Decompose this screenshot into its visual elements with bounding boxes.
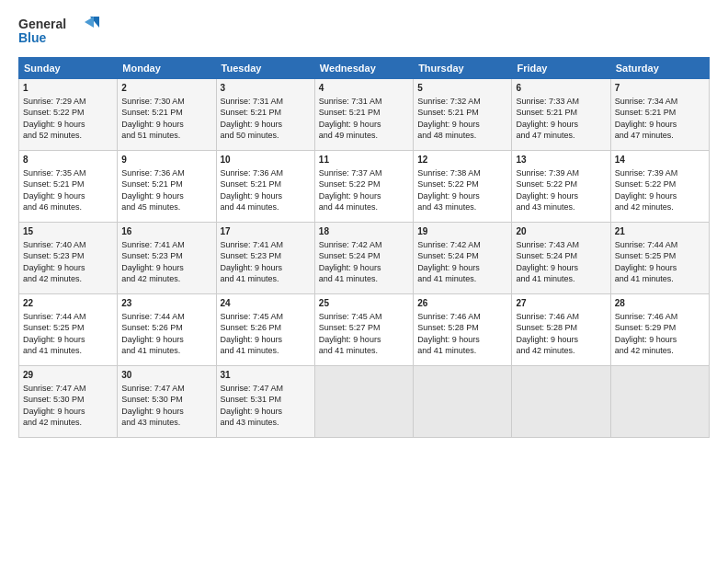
cell-text: and 45 minutes. [121,201,211,213]
cell-text: Sunset: 5:23 PM [23,250,113,262]
cell-text: Sunrise: 7:33 AM [516,96,606,108]
cell-text: Sunrise: 7:47 AM [23,383,113,395]
table-header-row: SundayMondayTuesdayWednesdayThursdayFrid… [19,57,710,78]
cell-text: and 44 minutes. [319,201,409,213]
day-number: 29 [23,369,113,382]
cell-text: Sunset: 5:30 PM [121,394,211,406]
calendar-cell: 22Sunrise: 7:44 AMSunset: 5:25 PMDayligh… [19,293,118,365]
col-header-sunday: Sunday [19,57,118,78]
cell-text: and 41 minutes. [221,345,311,357]
cell-text: and 42 minutes. [615,201,705,213]
cell-text: and 50 minutes. [221,130,311,142]
calendar-cell: 31Sunrise: 7:47 AMSunset: 5:31 PMDayligh… [216,365,314,437]
calendar-page: General Blue SundayMondayTuesdayWednesda… [0,0,728,563]
calendar-cell: 14Sunrise: 7:39 AMSunset: 5:22 PMDayligh… [610,150,709,222]
cell-text: Daylight: 9 hours [516,119,606,131]
calendar-cell: 28Sunrise: 7:46 AMSunset: 5:29 PMDayligh… [610,293,709,365]
cell-text: Sunrise: 7:39 AM [516,167,606,179]
cell-text: Sunrise: 7:46 AM [516,311,606,323]
cell-text: and 43 minutes. [417,201,507,213]
cell-text: and 42 minutes. [121,273,211,285]
cell-text: and 48 minutes. [417,130,507,142]
cell-text: Sunrise: 7:34 AM [615,96,705,108]
cell-text: Sunrise: 7:32 AM [417,96,507,108]
cell-text: and 47 minutes. [516,130,606,142]
cell-text: Daylight: 9 hours [319,334,409,346]
cell-text: Sunrise: 7:36 AM [121,167,211,179]
calendar-cell: 29Sunrise: 7:47 AMSunset: 5:30 PMDayligh… [19,365,118,437]
cell-text: Sunrise: 7:43 AM [516,239,606,251]
cell-text: Sunrise: 7:29 AM [23,96,113,108]
cell-text: Sunset: 5:25 PM [23,322,113,334]
cell-text: and 51 minutes. [121,130,211,142]
cell-text: and 42 minutes. [516,345,606,357]
cell-text: Sunset: 5:21 PM [121,107,211,119]
cell-text: Daylight: 9 hours [121,190,211,202]
cell-text: and 41 minutes. [221,273,311,285]
day-number: 20 [516,225,606,238]
cell-text: Sunrise: 7:31 AM [221,96,311,108]
cell-text: Sunrise: 7:37 AM [319,167,409,179]
calendar-cell: 12Sunrise: 7:38 AMSunset: 5:22 PMDayligh… [414,150,512,222]
day-number: 23 [121,297,211,310]
day-number: 19 [417,225,507,238]
cell-text: Sunset: 5:31 PM [221,394,311,406]
day-number: 11 [319,154,409,167]
week-row-5: 29Sunrise: 7:47 AMSunset: 5:30 PMDayligh… [19,365,710,437]
cell-text: Sunset: 5:26 PM [121,322,211,334]
day-number: 21 [615,225,705,238]
calendar-cell: 16Sunrise: 7:41 AMSunset: 5:23 PMDayligh… [118,222,216,293]
day-number: 30 [121,369,211,382]
cell-text: Daylight: 9 hours [319,190,409,202]
calendar-cell: 9Sunrise: 7:36 AMSunset: 5:21 PMDaylight… [118,150,216,222]
cell-text: Sunrise: 7:44 AM [23,311,113,323]
cell-text: and 42 minutes. [23,417,113,429]
calendar-cell: 3Sunrise: 7:31 AMSunset: 5:21 PMDaylight… [216,78,314,150]
cell-text: Daylight: 9 hours [319,262,409,274]
cell-text: Sunrise: 7:38 AM [417,167,507,179]
cell-text: Sunset: 5:24 PM [417,250,507,262]
cell-text: and 41 minutes. [319,273,409,285]
cell-text: Sunrise: 7:40 AM [23,239,113,251]
cell-text: Sunset: 5:25 PM [615,250,705,262]
calendar-cell: 8Sunrise: 7:35 AMSunset: 5:21 PMDaylight… [19,150,118,222]
calendar-cell: 20Sunrise: 7:43 AMSunset: 5:24 PMDayligh… [512,222,610,293]
cell-text: Daylight: 9 hours [516,262,606,274]
calendar-cell: 5Sunrise: 7:32 AMSunset: 5:21 PMDaylight… [414,78,512,150]
cell-text: Sunrise: 7:47 AM [221,383,311,395]
logo-svg: General Blue [18,15,101,48]
cell-text: Sunrise: 7:45 AM [319,311,409,323]
cell-text: Sunset: 5:22 PM [417,178,507,190]
day-number: 10 [221,154,311,167]
svg-text:Blue: Blue [18,30,47,45]
cell-text: Sunset: 5:21 PM [516,107,606,119]
cell-text: Sunset: 5:21 PM [23,178,113,190]
cell-text: Sunset: 5:23 PM [121,250,211,262]
calendar-cell: 26Sunrise: 7:46 AMSunset: 5:28 PMDayligh… [414,293,512,365]
calendar-cell: 4Sunrise: 7:31 AMSunset: 5:21 PMDaylight… [314,78,413,150]
calendar-cell: 15Sunrise: 7:40 AMSunset: 5:23 PMDayligh… [19,222,118,293]
cell-text: Daylight: 9 hours [615,190,705,202]
cell-text: Daylight: 9 hours [417,190,507,202]
cell-text: Sunrise: 7:45 AM [221,311,311,323]
cell-text: and 42 minutes. [23,273,113,285]
cell-text: Sunset: 5:21 PM [615,107,705,119]
calendar-cell: 6Sunrise: 7:33 AMSunset: 5:21 PMDaylight… [512,78,610,150]
cell-text: Sunset: 5:27 PM [319,322,409,334]
cell-text: Sunset: 5:22 PM [319,178,409,190]
day-number: 26 [417,297,507,310]
col-header-wednesday: Wednesday [314,57,413,78]
week-row-4: 22Sunrise: 7:44 AMSunset: 5:25 PMDayligh… [19,293,710,365]
cell-text: and 41 minutes. [23,345,113,357]
cell-text: Daylight: 9 hours [23,406,113,418]
col-header-thursday: Thursday [414,57,512,78]
cell-text: Daylight: 9 hours [121,334,211,346]
day-number: 14 [615,154,705,167]
calendar-cell: 1Sunrise: 7:29 AMSunset: 5:22 PMDaylight… [19,78,118,150]
cell-text: Daylight: 9 hours [221,119,311,131]
logo-container: General Blue [18,15,101,52]
cell-text: Daylight: 9 hours [615,334,705,346]
calendar-cell: 7Sunrise: 7:34 AMSunset: 5:21 PMDaylight… [610,78,709,150]
cell-text: Sunset: 5:22 PM [23,107,113,119]
cell-text: Sunset: 5:21 PM [319,107,409,119]
